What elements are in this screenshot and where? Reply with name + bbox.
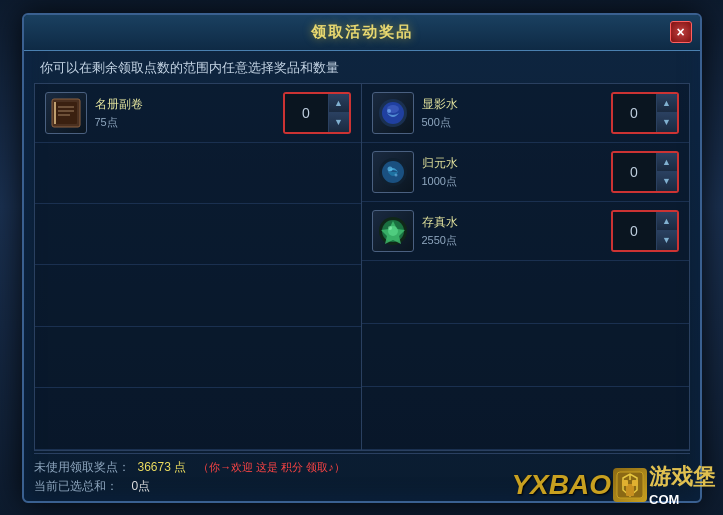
watermark-yxbao2-text: 游戏堡 xyxy=(649,462,715,492)
spinner-down-return[interactable]: ▼ xyxy=(657,172,677,191)
content-area: 名册副卷 75点 0 ▲ ▼ xyxy=(34,83,690,451)
empty-cell xyxy=(35,204,361,265)
svg-rect-20 xyxy=(622,480,628,486)
item-cost-preserve: 2550点 xyxy=(422,233,603,248)
item-info-return: 归元水 1000点 xyxy=(422,155,603,189)
list-item: 名册副卷 75点 0 ▲ ▼ xyxy=(35,84,361,143)
selected-label: 当前已选总和： xyxy=(34,478,124,495)
svg-point-12 xyxy=(387,166,392,171)
watermark: YXBAO 游戏堡 COM xyxy=(511,462,715,507)
spinner-buttons-shadow: ▲ ▼ xyxy=(657,94,677,132)
spinner-book[interactable]: 0 ▲ ▼ xyxy=(283,92,351,134)
empty-cell xyxy=(35,327,361,388)
spinner-preserve[interactable]: 0 ▲ ▼ xyxy=(611,210,679,252)
spinner-up-return[interactable]: ▲ xyxy=(657,153,677,173)
empty-cell xyxy=(362,387,689,450)
spinner-up-shadow[interactable]: ▲ xyxy=(657,94,677,114)
item-info-book: 名册副卷 75点 xyxy=(95,96,275,130)
left-column: 名册副卷 75点 0 ▲ ▼ xyxy=(35,84,362,450)
title-bar: 领取活动奖品 × xyxy=(24,15,700,51)
spinner-shadow[interactable]: 0 ▲ ▼ xyxy=(611,92,679,134)
selected-value: 0点 xyxy=(132,478,151,495)
spinner-buttons-book: ▲ ▼ xyxy=(329,94,349,132)
unused-label: 未使用领取奖点： xyxy=(34,459,130,476)
right-empty-rows xyxy=(362,261,689,450)
item-icon-shadow xyxy=(372,92,414,134)
spinner-down-book[interactable]: ▼ xyxy=(329,113,349,132)
item-cost-book: 75点 xyxy=(95,115,275,130)
item-cost-return: 1000点 xyxy=(422,174,603,189)
item-info-shadow: 显影水 500点 xyxy=(422,96,603,130)
svg-point-9 xyxy=(387,109,391,113)
watermark-icon xyxy=(613,468,647,502)
spinner-value-shadow: 0 xyxy=(613,94,657,132)
spinner-buttons-preserve: ▲ ▼ xyxy=(657,212,677,250)
watermark-com-text: COM xyxy=(649,492,679,507)
dialog-container: 领取活动奖品 × 你可以在剩余领取点数的范围内任意选择奖品和数量 xyxy=(22,13,702,503)
item-cost-shadow: 500点 xyxy=(422,115,603,130)
empty-cell xyxy=(362,261,689,324)
empty-cell xyxy=(362,324,689,387)
list-item: 归元水 1000点 0 ▲ ▼ xyxy=(362,143,689,202)
item-name-return: 归元水 xyxy=(422,155,603,172)
item-icon-book xyxy=(45,92,87,134)
empty-cell xyxy=(35,143,361,204)
empty-cell xyxy=(35,388,361,449)
item-name-book: 名册副卷 xyxy=(95,96,275,113)
spinner-value-preserve: 0 xyxy=(613,212,657,250)
svg-point-17 xyxy=(388,226,392,230)
subtitle-text: 你可以在剩余领取点数的范围内任意选择奖品和数量 xyxy=(40,59,339,77)
item-name-preserve: 存真水 xyxy=(422,214,603,231)
spinner-return[interactable]: 0 ▲ ▼ xyxy=(611,151,679,193)
unused-value: 36673 点 xyxy=(138,459,187,476)
item-icon-preserve xyxy=(372,210,414,252)
dialog-title: 领取活动奖品 xyxy=(311,23,413,42)
spinner-up-preserve[interactable]: ▲ xyxy=(657,212,677,232)
spinner-buttons-return: ▲ ▼ xyxy=(657,153,677,191)
item-info-preserve: 存真水 2550点 xyxy=(422,214,603,248)
list-item: 显影水 500点 0 ▲ ▼ xyxy=(362,84,689,143)
spinner-down-preserve[interactable]: ▼ xyxy=(657,231,677,250)
item-name-shadow: 显影水 xyxy=(422,96,603,113)
watermark-yxbao-text: YXBAO xyxy=(511,469,611,501)
items-grid: 名册副卷 75点 0 ▲ ▼ xyxy=(35,84,689,450)
spinner-value-book: 0 xyxy=(285,94,329,132)
svg-point-13 xyxy=(394,173,397,176)
list-item: 存真水 2550点 0 ▲ ▼ xyxy=(362,202,689,261)
spinner-down-shadow[interactable]: ▼ xyxy=(657,113,677,132)
empty-cell xyxy=(35,265,361,326)
spinner-value-return: 0 xyxy=(613,153,657,191)
unused-note: （你→欢迎 这是 积分 领取♪） xyxy=(198,460,345,475)
svg-rect-21 xyxy=(632,480,638,486)
close-button[interactable]: × xyxy=(670,21,692,43)
right-column: 显影水 500点 0 ▲ ▼ xyxy=(362,84,689,450)
svg-rect-1 xyxy=(55,102,77,124)
left-empty-rows xyxy=(35,143,361,450)
item-icon-return xyxy=(372,151,414,193)
spinner-up-book[interactable]: ▲ xyxy=(329,94,349,114)
